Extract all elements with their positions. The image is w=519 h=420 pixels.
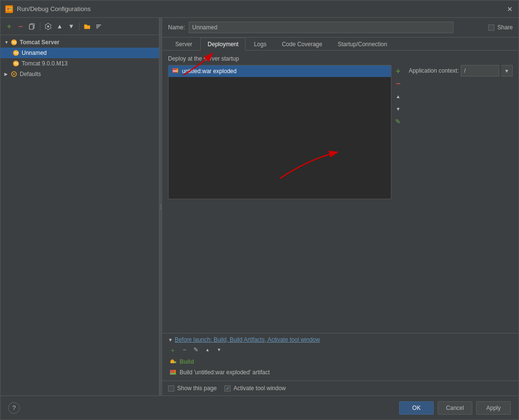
share-label: Share (497, 24, 513, 31)
deploy-section: Deploy at the server startup (162, 51, 519, 65)
tomcat-version-label: Tomcat 9.0.0.M13 (22, 60, 67, 67)
bl-item-artifact[interactable]: Build 'untitled:war exploded' artifact (168, 367, 513, 378)
left-panel: + − ▲ ▼ (0, 18, 159, 395)
deploy-side-buttons: + − ▲ ▼ ✎ (391, 65, 405, 199)
build-icon (170, 358, 177, 365)
share-area: Share (488, 24, 513, 31)
deploy-artifact-list: WAR untitled:war exploded (168, 65, 391, 199)
ok-button[interactable]: OK (399, 401, 434, 415)
settings-button[interactable] (43, 22, 53, 31)
deploy-remove-button[interactable]: − (393, 78, 403, 89)
folder-button[interactable] (82, 22, 92, 31)
deploy-edit-button[interactable]: ✎ (393, 116, 403, 127)
activate-window-label: Activate tool window (234, 385, 286, 392)
tab-server[interactable]: Server (168, 38, 199, 51)
deploy-list-item[interactable]: WAR untitled:war exploded (169, 65, 391, 77)
before-launch-expand-arrow[interactable]: ▼ (168, 337, 173, 343)
tab-deployment[interactable]: Deployment (200, 38, 246, 51)
app-context-dropdown[interactable]: ▼ (501, 65, 513, 76)
defaults-icon (10, 70, 18, 78)
bl-artifact-label: Build 'untitled:war exploded' artifact (180, 369, 270, 376)
bl-edit-button[interactable]: ✎ (191, 345, 201, 355)
add-config-button[interactable]: + (4, 22, 14, 31)
window-title: Run/Debug Configurations (17, 5, 506, 13)
apply-button[interactable]: Apply (476, 401, 511, 415)
show-page-group: Show this page (168, 385, 217, 392)
deploy-label: Deploy at the server startup (168, 55, 239, 62)
bl-item-build[interactable]: Build (168, 356, 513, 367)
before-launch-header: ▼ Before launch: Build, Build Artifacts,… (168, 336, 513, 343)
move-down-button[interactable]: ▼ (66, 22, 76, 31)
tree-item-tomcat-server[interactable]: ▼ TC Tomcat Server (0, 37, 159, 48)
tree-item-unnamed[interactable]: TC Unnamed (0, 48, 159, 58)
defaults-label: Defaults (20, 71, 41, 77)
tab-startup-connection[interactable]: Startup/Connection (330, 38, 394, 51)
close-button[interactable]: ✕ (506, 5, 514, 13)
unnamed-config-label: Unnamed (22, 50, 47, 56)
config-tree: ▼ TC Tomcat Server TC (0, 35, 159, 395)
tomcat-server-icon: TC (10, 38, 18, 46)
share-checkbox[interactable] (488, 25, 494, 31)
before-launch-list: Build Build 'untitled:war exploded' art (168, 356, 513, 381)
footer: ? OK Cancel Apply (0, 395, 519, 420)
svg-rect-17 (174, 361, 176, 363)
cancel-button[interactable]: Cancel (438, 401, 472, 415)
before-launch-section: ▼ Before launch: Build, Build Artifacts,… (162, 333, 519, 381)
divider-handle (160, 204, 161, 209)
titlebar: Run/Debug Configurations ✕ (0, 0, 519, 18)
copy-config-button[interactable] (27, 22, 37, 31)
deploy-item-label: untitled:war exploded (182, 68, 236, 75)
svg-text:TC: TC (14, 62, 19, 65)
tabs-row: Server Deployment Logs Code Coverage Sta… (162, 38, 519, 51)
move-up-button[interactable]: ▲ (55, 22, 65, 31)
app-context-label: Application context: (409, 67, 459, 74)
before-launch-label: Before launch: Build, Build Artifacts, A… (175, 336, 320, 343)
bl-down-button[interactable]: ▼ (214, 345, 224, 355)
war-exploded-icon: WAR (172, 68, 179, 75)
activate-window-checkbox[interactable] (224, 385, 231, 392)
svg-rect-20 (170, 373, 176, 375)
deploy-add-button[interactable]: + (393, 66, 403, 76)
deploy-content-area: WAR untitled:war exploded + − ▲ ▼ (162, 65, 519, 199)
svg-rect-4 (29, 25, 33, 29)
tree-item-tomcat-version[interactable]: TC Tomcat 9.0.0.M13 (0, 58, 159, 69)
artifact-build-icon (170, 369, 177, 376)
name-label: Name: (168, 24, 185, 31)
toolbar-separator (40, 23, 40, 30)
tomcat-server-label: Tomcat Server (20, 39, 59, 46)
activate-window-group: Activate tool window (224, 385, 286, 392)
deploy-up-button[interactable]: ▲ (393, 91, 403, 102)
bl-remove-button[interactable]: − (180, 345, 189, 355)
show-page-checkbox[interactable] (168, 385, 174, 392)
tree-expand-arrow: ▼ (4, 40, 10, 45)
deploy-list-wrapper: WAR untitled:war exploded (168, 65, 391, 199)
show-page-label: Show this page (177, 385, 217, 392)
svg-text:WAR: WAR (173, 70, 178, 72)
main-content: + − ▲ ▼ (0, 18, 519, 395)
bl-add-button[interactable]: + (168, 345, 178, 355)
tree-item-defaults[interactable]: ▶ Defaults (0, 69, 159, 79)
bl-up-button[interactable]: ▲ (203, 345, 212, 355)
footer-right: OK Cancel Apply (399, 401, 511, 415)
svg-point-2 (10, 8, 12, 10)
app-context-input[interactable] (461, 65, 499, 76)
bl-build-label: Build (180, 358, 194, 365)
spacer (162, 199, 519, 333)
svg-text:TC: TC (14, 51, 19, 55)
toolbar-separator-2 (79, 23, 79, 30)
bottom-checkboxes: Show this page Activate tool window (162, 381, 519, 395)
before-launch-toolbar: + − ✎ ▲ ▼ (168, 345, 513, 355)
app-context-group: Application context: ▼ (405, 65, 513, 199)
right-panel: Name: Share Server Deployment Logs (162, 18, 519, 395)
svg-text:TC: TC (13, 41, 17, 44)
svg-rect-16 (171, 359, 173, 361)
left-toolbar: + − ▲ ▼ (0, 18, 159, 35)
deploy-down-button[interactable]: ▼ (393, 103, 403, 114)
name-row: Name: Share (162, 18, 519, 38)
sort-button[interactable] (94, 22, 104, 31)
help-button[interactable]: ? (8, 402, 20, 414)
tab-logs[interactable]: Logs (247, 38, 273, 51)
tab-code-coverage[interactable]: Code Coverage (274, 38, 329, 51)
remove-config-button[interactable]: − (16, 22, 26, 31)
name-input[interactable] (189, 22, 454, 33)
